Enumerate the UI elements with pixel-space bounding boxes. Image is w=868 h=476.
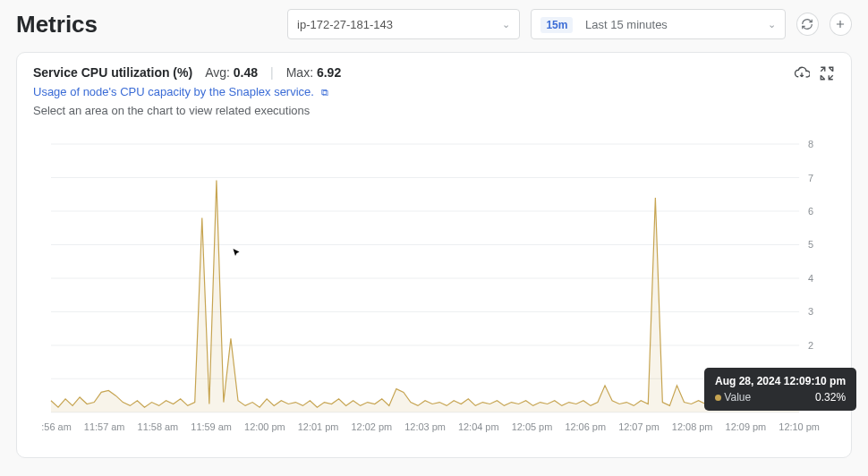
page-title: Metrics — [16, 11, 98, 38]
avg-value: 0.48 — [234, 65, 258, 80]
external-link-icon: ⧉ — [321, 87, 328, 98]
cpu-utilization-chart[interactable]: 1234567811:56 am11:57 am11:58 am11:59 am… — [42, 139, 826, 436]
node-selected-value: ip-172-27-181-143 — [297, 18, 393, 31]
svg-point-32 — [754, 400, 758, 404]
panel-title: Service CPU utilization (%) — [33, 65, 192, 80]
plus-icon — [834, 18, 847, 30]
header-row: Metrics ip-172-27-181-143 ⌄ 15m Last 15 … — [0, 0, 868, 52]
panel-description: Usage of node's CPU capacity by the Snap… — [33, 85, 341, 98]
svg-text:11:58 am: 11:58 am — [138, 421, 179, 432]
add-button[interactable] — [830, 13, 852, 36]
svg-text:12:06 pm: 12:06 pm — [565, 421, 606, 432]
svg-text:11:56 am: 11:56 am — [42, 421, 72, 432]
download-icon[interactable] — [794, 65, 810, 81]
node-selector-dropdown[interactable]: ip-172-27-181-143 ⌄ — [287, 9, 520, 39]
svg-text:12:00 pm: 12:00 pm — [244, 421, 285, 432]
svg-text:12:01 pm: 12:01 pm — [298, 421, 339, 432]
cpu-utilization-panel: Service CPU utilization (%) Avg: 0.48 | … — [16, 52, 852, 458]
svg-text:12:05 pm: 12:05 pm — [512, 421, 553, 432]
svg-text:4: 4 — [808, 273, 813, 284]
svg-text:11:57 am: 11:57 am — [84, 421, 125, 432]
avg-label: Avg: — [205, 65, 230, 80]
chevron-down-icon: ⌄ — [502, 19, 510, 30]
svg-text:1: 1 — [808, 373, 813, 384]
svg-text:3: 3 — [808, 306, 813, 317]
svg-text:12:02 pm: 12:02 pm — [352, 421, 393, 432]
max-value: 6.92 — [317, 65, 341, 80]
time-range-label: Last 15 minutes — [585, 18, 668, 31]
refresh-button[interactable] — [796, 13, 819, 36]
refresh-icon — [801, 18, 813, 30]
svg-text:12:03 pm: 12:03 pm — [404, 421, 446, 432]
chevron-down-icon: ⌄ — [768, 19, 776, 30]
panel-hint: Select an area on the chart to view rela… — [33, 104, 341, 117]
svg-text:12:09 pm: 12:09 pm — [726, 421, 767, 432]
svg-text:11:59 am: 11:59 am — [191, 421, 232, 432]
svg-text:5: 5 — [808, 239, 813, 250]
panel-title-row: Service CPU utilization (%) Avg: 0.48 | … — [33, 65, 341, 80]
svg-text:12:07 pm: 12:07 pm — [618, 421, 660, 432]
max-label: Max: — [286, 65, 313, 80]
svg-text:12:04 pm: 12:04 pm — [458, 421, 499, 432]
svg-text:2: 2 — [808, 340, 813, 351]
panel-desc-link[interactable]: Usage of node's CPU capacity by the Snap… — [33, 85, 314, 98]
svg-text:8: 8 — [808, 139, 813, 149]
time-range-dropdown[interactable]: 15m Last 15 minutes ⌄ — [531, 9, 785, 39]
collapse-icon[interactable] — [819, 65, 835, 81]
time-range-badge: 15m — [540, 17, 573, 33]
svg-text:12:08 pm: 12:08 pm — [672, 421, 713, 432]
panel-actions — [794, 65, 835, 81]
svg-text:6: 6 — [808, 206, 813, 217]
svg-text:12:10 pm: 12:10 pm — [779, 421, 820, 432]
svg-text:7: 7 — [808, 172, 813, 183]
